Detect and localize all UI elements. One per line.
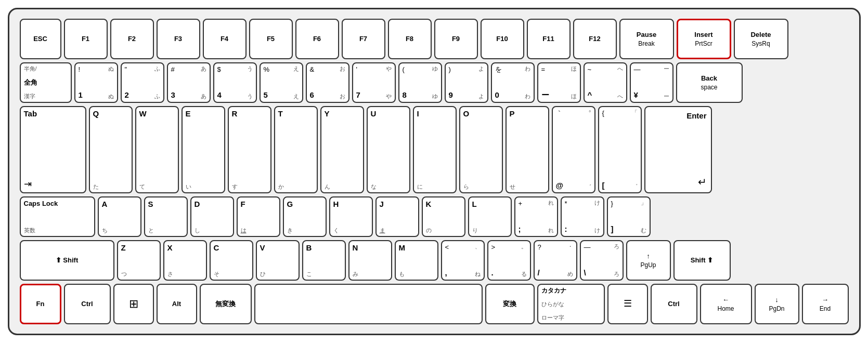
- key-a[interactable]: A ち: [98, 196, 141, 237]
- key-at[interactable]: ｀° @゛: [552, 106, 595, 193]
- keyboard: ESC F1 F2 F3 F4 F5 F6 F7 F8 F9 F10: [8, 8, 861, 335]
- key-pgup[interactable]: ↑PgUp: [626, 240, 671, 281]
- key-f12[interactable]: F12: [573, 19, 617, 59]
- key-tab[interactable]: Tab ⇥: [20, 106, 86, 193]
- key-n[interactable]: N み: [348, 240, 392, 281]
- key-enter[interactable]: Enter ↵: [644, 106, 712, 193]
- key-apps[interactable]: ☰: [607, 284, 648, 324]
- key-4[interactable]: $う 4う: [213, 62, 257, 103]
- key-x[interactable]: X さ: [163, 240, 207, 281]
- key-d[interactable]: D し: [190, 196, 234, 237]
- key-pause[interactable]: PauseBreak: [619, 19, 674, 59]
- key-q[interactable]: Q た: [89, 106, 133, 193]
- key-f5[interactable]: F5: [249, 19, 293, 59]
- key-colon[interactable]: *け :け: [561, 196, 604, 237]
- key-6[interactable]: &お 6お: [306, 62, 349, 103]
- asdf-row: Caps Lock 英数 A ち S と D し F は: [20, 196, 849, 237]
- key-ro[interactable]: —ろ \ろ: [580, 240, 624, 281]
- key-v[interactable]: V ひ: [256, 240, 300, 281]
- key-z[interactable]: Z つ: [117, 240, 161, 281]
- key-f1[interactable]: F1: [64, 19, 108, 59]
- key-shift-right[interactable]: Shift ⬆: [673, 240, 731, 281]
- key-k[interactable]: K の: [422, 196, 465, 237]
- key-muhenkan[interactable]: 無変換: [200, 284, 252, 324]
- key-f6[interactable]: F6: [295, 19, 339, 59]
- key-f4[interactable]: F4: [203, 19, 247, 59]
- key-e[interactable]: E い: [182, 106, 225, 193]
- key-y[interactable]: Y ん: [320, 106, 364, 193]
- qwerty-row: Tab ⇥ Q た W て E い R す: [20, 106, 849, 193]
- key-0[interactable]: をわ 0わ: [491, 62, 535, 103]
- key-rbracket[interactable]: }」 ]む: [607, 196, 651, 237]
- key-slash[interactable]: ?・ /め: [534, 240, 577, 281]
- number-row: 半角/ 全角 漢字 !ぬ 1ぬ "ふ 2ふ #あ 3あ: [20, 62, 849, 103]
- key-f2[interactable]: F2: [110, 19, 154, 59]
- key-pgdn[interactable]: ↓PgDn: [755, 284, 799, 324]
- key-yen[interactable]: —ー ¥ー: [630, 62, 673, 103]
- key-f9[interactable]: F9: [434, 19, 478, 59]
- key-esc[interactable]: ESC: [20, 19, 61, 59]
- key-5[interactable]: %え 5え: [260, 62, 303, 103]
- key-o[interactable]: O ら: [459, 106, 503, 193]
- key-h[interactable]: H く: [329, 196, 373, 237]
- key-t[interactable]: T か: [274, 106, 318, 193]
- key-f8[interactable]: F8: [388, 19, 432, 59]
- key-j[interactable]: J ま: [375, 196, 419, 237]
- key-2[interactable]: "ふ 2ふ: [121, 62, 164, 103]
- key-insert[interactable]: InsertPrtScr: [677, 19, 731, 59]
- key-minus[interactable]: =ほ ーほ: [537, 62, 581, 103]
- key-8[interactable]: (ゆ 8ゆ: [398, 62, 442, 103]
- key-l[interactable]: L り: [468, 196, 512, 237]
- key-delete[interactable]: DeleteSysRq: [734, 19, 788, 59]
- key-r[interactable]: R す: [228, 106, 271, 193]
- key-semicolon[interactable]: +れ ;れ: [514, 196, 558, 237]
- key-backspace[interactable]: Backspace: [676, 62, 743, 103]
- key-f3[interactable]: F3: [157, 19, 200, 59]
- key-f[interactable]: F は: [237, 196, 280, 237]
- key-p[interactable]: P せ: [506, 106, 549, 193]
- key-end[interactable]: →End: [802, 284, 849, 324]
- key-capslock[interactable]: Caps Lock 英数: [20, 196, 95, 237]
- key-ctrl-left[interactable]: Ctrl: [64, 284, 111, 324]
- key-shift-left[interactable]: ⬆ Shift: [20, 240, 114, 281]
- key-3[interactable]: #あ 3あ: [167, 62, 211, 103]
- key-i[interactable]: I に: [413, 106, 457, 193]
- key-hankaku[interactable]: 半角/ 全角 漢字: [20, 62, 72, 103]
- zxcv-row: ⬆ Shift Z つ X さ C そ V ひ: [20, 240, 849, 281]
- key-win[interactable]: ⊞: [113, 284, 154, 324]
- bottom-row: Fn Ctrl ⊞ Alt 無変換 変換 カタカナ ひらがな ローマ字 ☰: [20, 284, 849, 324]
- key-c[interactable]: C そ: [210, 240, 253, 281]
- key-g[interactable]: G き: [283, 196, 327, 237]
- key-f10[interactable]: F10: [481, 19, 524, 59]
- key-home[interactable]: ←Home: [700, 284, 752, 324]
- key-caret[interactable]: ~へ ^へ: [584, 62, 627, 103]
- key-henkan[interactable]: 変換: [485, 284, 535, 324]
- key-f7[interactable]: F7: [342, 19, 385, 59]
- key-ctrl-right[interactable]: Ctrl: [651, 284, 697, 324]
- key-lbracket[interactable]: {「 [゜: [598, 106, 642, 193]
- key-u[interactable]: U な: [367, 106, 410, 193]
- key-alt[interactable]: Alt: [157, 284, 197, 324]
- key-fn[interactable]: Fn: [20, 284, 61, 324]
- key-katakana[interactable]: カタカナ ひらがな ローマ字: [537, 284, 605, 324]
- function-row: ESC F1 F2 F3 F4 F5 F6 F7 F8 F9 F10: [20, 19, 849, 59]
- key-1[interactable]: !ぬ 1ぬ: [74, 62, 118, 103]
- key-space[interactable]: [254, 284, 483, 324]
- key-b[interactable]: B こ: [302, 240, 346, 281]
- key-9[interactable]: )よ 9よ: [445, 62, 488, 103]
- key-m[interactable]: M も: [395, 240, 438, 281]
- key-period[interactable]: >。 .る: [487, 240, 531, 281]
- key-f11[interactable]: F11: [527, 19, 571, 59]
- key-s[interactable]: S と: [144, 196, 188, 237]
- key-comma[interactable]: <、 ,ね: [441, 240, 485, 281]
- key-7[interactable]: 'や 7や: [352, 62, 396, 103]
- key-w[interactable]: W て: [135, 106, 179, 193]
